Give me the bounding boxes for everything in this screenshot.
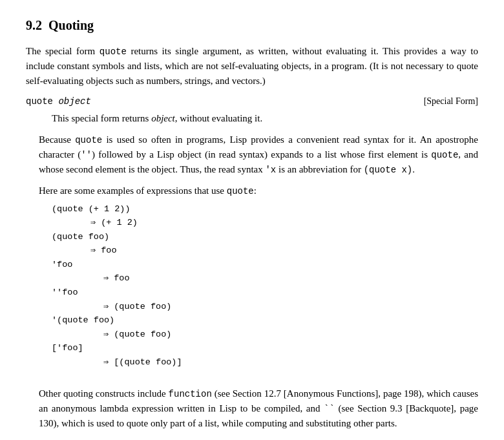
quote-code-1: quote	[100, 47, 127, 57]
code-result-5: ⇒ (quote foo)	[103, 328, 478, 342]
quote-code-ex: quote	[227, 186, 254, 196]
quote-x-full: (quote x)	[364, 165, 413, 175]
definition-signature: quote object	[26, 95, 91, 109]
backquote-code: ``	[324, 404, 335, 414]
code-result-4: ⇒ (quote foo)	[103, 300, 478, 314]
def-quote: quote	[26, 96, 53, 107]
code-result-1: ⇒ (+ 1 2)	[90, 216, 478, 230]
code-line-6: ['foo]	[52, 341, 478, 355]
code-line-1: (quote (+ 1 2))	[52, 202, 478, 216]
code-result-6: ⇒ [(quote foo)]	[103, 355, 478, 370]
def-object-italic: object	[151, 113, 175, 123]
def-tag: [Special Form]	[424, 94, 478, 108]
examples-intro: Here are some examples of expressions th…	[39, 183, 478, 198]
quote-code-3: quote	[431, 150, 458, 160]
function-code: function	[169, 389, 212, 399]
code-line-3: 'foo	[52, 258, 478, 272]
body-paragraph-1: Because quote is used so often in progra…	[39, 132, 478, 177]
code-block: (quote (+ 1 2)) ⇒ (+ 1 2) (quote foo) ⇒ …	[52, 202, 478, 370]
intro-paragraph: The special form quote returns its singl…	[26, 44, 478, 88]
code-line-4: ''foo	[52, 286, 478, 300]
section-title: 9.2 Quoting	[26, 16, 478, 35]
def-description: This special form returns object, withou…	[52, 111, 478, 126]
code-line-5: '(quote foo)	[52, 313, 478, 328]
outro-paragraph: Other quoting constructs include functio…	[39, 386, 478, 431]
quote-x-code: 'x	[265, 165, 276, 175]
def-object: object	[58, 96, 90, 107]
apostrophe-code: ''	[81, 150, 92, 160]
code-line-2: (quote foo)	[52, 230, 478, 244]
definition-line: quote object [Special Form]	[26, 94, 478, 109]
definition-desc: This special form returns object, withou…	[52, 111, 478, 126]
section-name: Quoting	[48, 18, 94, 32]
code-result-2: ⇒ foo	[90, 244, 478, 258]
quote-code-2: quote	[75, 135, 102, 145]
section-number: 9.2	[26, 18, 42, 32]
code-result-3: ⇒ foo	[103, 271, 478, 286]
